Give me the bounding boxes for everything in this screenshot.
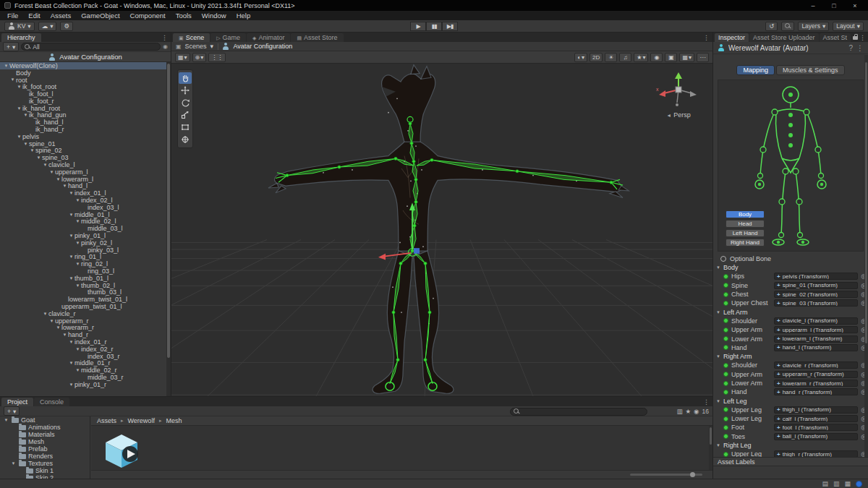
menu-item-component[interactable]: Component	[125, 11, 171, 20]
services-button[interactable]: ⚙	[60, 22, 73, 31]
bone-object-field[interactable]: +lowerarm_r (Transform)	[774, 380, 858, 387]
project-folder[interactable]: Skin 1	[0, 467, 90, 474]
progress-icon[interactable]: ▦	[844, 480, 851, 487]
transform-tool-button[interactable]	[179, 134, 192, 145]
hierarchy-item[interactable]: ▼thumb_02_l	[0, 282, 166, 289]
expand-arrow-icon[interactable]: ▼	[22, 142, 29, 146]
expand-arrow-icon[interactable]: ▼	[55, 325, 61, 330]
project-search-input[interactable]	[510, 408, 647, 416]
tab-scene[interactable]: ▣Scene	[173, 33, 210, 42]
hierarchy-item[interactable]: ▼index_01_l	[0, 189, 166, 197]
view-tool-button[interactable]	[179, 72, 192, 84]
bone-object-field[interactable]: +hand_l (Transform)	[774, 344, 858, 351]
panel-menu-icon[interactable]: ⋮	[703, 34, 710, 41]
hierarchy-item[interactable]: ik_foot_r	[0, 98, 166, 105]
tab-asset-store-uploader[interactable]: Asset Store Uploader	[749, 33, 819, 42]
expand-arrow-icon[interactable]: ▼	[68, 361, 75, 365]
hierarchy-item[interactable]: ▼middle_01_l	[0, 211, 166, 218]
maximize-button[interactable]: □	[825, 2, 843, 9]
create-asset-button[interactable]: + ▾	[4, 406, 20, 416]
hierarchy-item[interactable]: lowerarm_twist_01_l	[0, 296, 166, 303]
expand-arrow-icon[interactable]: ▼	[35, 155, 42, 160]
hierarchy-item[interactable]: ▼ik_hand_root	[0, 105, 166, 112]
2d-toggle-button[interactable]: 2D	[590, 53, 603, 62]
part-button-right-hand[interactable]: Right Hand	[726, 239, 765, 247]
breadcrumb-item[interactable]: Mesh	[166, 417, 182, 424]
werewolf-body[interactable]	[268, 65, 629, 393]
part-button-head[interactable]: Head	[726, 220, 765, 228]
shading-mode-button[interactable]: ◐▾	[574, 53, 587, 62]
expand-arrow-icon[interactable]: ▼	[61, 333, 68, 337]
hierarchy-item[interactable]: ▼middle_01_r	[0, 359, 166, 367]
hierarchy-item[interactable]: index_03_l	[0, 204, 166, 211]
menu-item-help[interactable]: Help	[231, 11, 256, 20]
bone-section-header[interactable]: ▼Left Leg	[713, 396, 868, 405]
expand-arrow-icon[interactable]: ▼	[3, 418, 9, 422]
global-search-button[interactable]	[781, 22, 794, 31]
project-folder[interactable]: ▼Goat	[0, 416, 90, 424]
play-button[interactable]: ▶	[410, 22, 426, 31]
expand-arrow-icon[interactable]: ▼	[75, 198, 81, 202]
scene-viewport[interactable]: x ◄ Persp	[171, 64, 712, 396]
expand-arrow-icon[interactable]: ▼	[68, 191, 75, 195]
minimize-button[interactable]: –	[804, 2, 822, 9]
tab-game[interactable]: ▷Game	[210, 33, 246, 42]
part-button-body[interactable]: Body	[726, 210, 765, 218]
expand-arrow-icon[interactable]: ▼	[75, 219, 81, 223]
hierarchy-item[interactable]: thumb_03_l	[0, 289, 166, 296]
bone-object-field[interactable]: +thigh_r (Transform)	[774, 450, 858, 457]
hierarchy-item[interactable]: ▼hand_l	[0, 183, 166, 190]
rotate-tool-button[interactable]	[179, 97, 192, 108]
layers-dropdown[interactable]: Layers ▾	[798, 22, 829, 31]
bone-object-field[interactable]: +spine_03 (Transform)	[774, 299, 858, 307]
create-object-button[interactable]: + ▾	[3, 42, 19, 51]
thumbnail-zoom-slider[interactable]	[630, 474, 702, 476]
tab-console[interactable]: Console	[34, 398, 69, 406]
hierarchy-item[interactable]: middle_03_l	[0, 225, 166, 232]
scenes-dropdown[interactable]: Scenes	[185, 43, 207, 50]
project-folder[interactable]: Renders	[0, 453, 90, 460]
bone-object-field[interactable]: +upperarm_l (Transform)	[774, 326, 858, 333]
bone-section-header[interactable]: ▼Body	[713, 263, 868, 272]
hierarchy-item[interactable]: ik_hand_l	[0, 119, 166, 126]
menu-item-tools[interactable]: Tools	[171, 11, 197, 20]
skeleton-bones[interactable]	[276, 116, 623, 390]
context-menu-icon[interactable]: ⋮	[856, 44, 864, 52]
expand-arrow-icon[interactable]: ▼	[68, 276, 75, 281]
part-button-left-hand[interactable]: Left Hand	[726, 229, 765, 237]
hierarchy-item[interactable]: ik_hand_r	[0, 126, 166, 133]
package-filter-icon[interactable]: ▥	[676, 408, 682, 415]
expand-arrow-icon[interactable]: ▼	[48, 170, 55, 174]
effects-toggle-button[interactable]: ★▾	[634, 53, 648, 62]
hierarchy-search-input[interactable]: All	[21, 43, 161, 51]
panel-menu-icon[interactable]: ⋮	[859, 34, 866, 41]
hierarchy-item[interactable]: ▼middle_02_r	[0, 367, 166, 374]
hierarchy-scrollbar[interactable]	[166, 62, 171, 396]
hierarchy-item[interactable]: ring_03_l	[0, 267, 166, 275]
breadcrumb-item[interactable]: Assets	[97, 417, 116, 424]
tab-hierarchy[interactable]: Hierarchy	[1, 33, 41, 42]
tab-asset-st[interactable]: Asset St	[820, 33, 851, 42]
hierarchy-item[interactable]: ▼pinky_02_l	[0, 239, 166, 247]
snap-settings-button[interactable]: ⊕▾	[192, 53, 207, 62]
expand-arrow-icon[interactable]: ▼	[55, 177, 61, 181]
perspective-toggle[interactable]: ◄ Persp	[655, 111, 702, 119]
bone-object-field[interactable]: +calf_l (Transform)	[774, 415, 858, 422]
menu-item-window[interactable]: Window	[197, 11, 231, 20]
gizmos-button[interactable]: ▦▾	[679, 53, 694, 62]
bone-object-field[interactable]: +hand_r (Transform)	[774, 388, 858, 395]
expand-arrow-icon[interactable]: ▼	[29, 148, 35, 153]
hierarchy-item[interactable]: ▼lowerarm_l	[0, 176, 166, 183]
bone-section-header[interactable]: ▼Right Arm	[713, 352, 868, 361]
help-icon[interactable]: ?	[848, 44, 853, 52]
undo-history-button[interactable]: ↺	[765, 22, 778, 31]
bone-section-header[interactable]: ▼Left Arm	[713, 307, 868, 316]
hierarchy-item[interactable]: ▼hand_r	[0, 331, 166, 338]
breadcrumb-item[interactable]: Werewolf	[128, 417, 155, 424]
bone-object-field[interactable]: +spine_02 (Transform)	[774, 291, 858, 298]
scrollbar-thumb[interactable]	[710, 427, 712, 445]
tab-inspector[interactable]: Inspector	[715, 33, 749, 42]
hierarchy-item[interactable]: ▼ring_02_l	[0, 260, 166, 267]
panel-menu-icon[interactable]: ⋮	[161, 34, 168, 41]
expand-arrow-icon[interactable]: ▼	[68, 234, 75, 238]
